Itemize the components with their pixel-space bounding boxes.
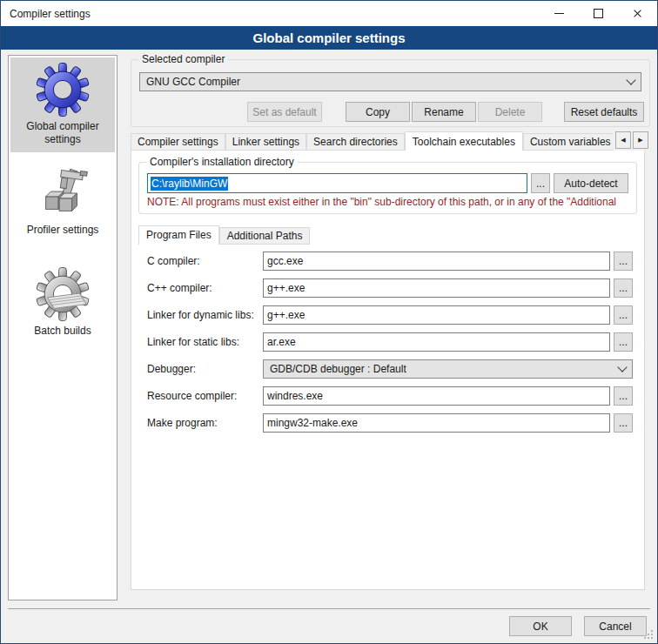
- settings-tabs: Compiler settings Linker settings Search…: [131, 131, 648, 151]
- tab-scroll-buttons: ◀ ▶: [613, 131, 648, 151]
- cpp-compiler-browse-button[interactable]: ...: [614, 278, 633, 298]
- tab-search-directories[interactable]: Search directories: [306, 133, 405, 151]
- tab-compiler-settings[interactable]: Compiler settings: [131, 133, 225, 151]
- compiler-settings-dialog: { "window": { "title": "Compiler setting…: [0, 0, 658, 644]
- field-value: mingw32-make.exe: [267, 417, 358, 429]
- close-button[interactable]: [618, 1, 657, 26]
- gray-gear-stack-icon: [36, 267, 90, 321]
- directory-browse-button[interactable]: ...: [531, 173, 550, 193]
- installation-directory-row: C:\raylib\MinGW ... Auto-detect: [147, 173, 628, 193]
- field-label: C compiler:: [147, 255, 263, 267]
- arrow-right-icon: ▶: [638, 137, 642, 144]
- field-row-make-program: Make program: mingw32-make.exe ...: [147, 413, 633, 433]
- field-row-static-linker: Linker for static libs: ar.exe ...: [147, 332, 633, 352]
- tab-program-files[interactable]: Program Files: [138, 225, 219, 245]
- arrow-left-icon: ◀: [621, 137, 625, 144]
- dynamic-linker-input[interactable]: g++.exe: [263, 305, 610, 325]
- compiler-select-value: GNU GCC Compiler: [146, 76, 240, 88]
- field-value: g++.exe: [267, 309, 305, 321]
- minimize-icon: [554, 13, 564, 14]
- window-title: Compiler settings: [1, 8, 91, 20]
- field-label: Make program:: [147, 417, 263, 429]
- delete-button[interactable]: Delete: [478, 102, 542, 122]
- make-program-input[interactable]: mingw32-make.exe: [263, 413, 610, 433]
- settings-category-list: Global compiler settings: [8, 55, 118, 600]
- c-compiler-browse-button[interactable]: ...: [614, 252, 633, 271]
- field-row-dynamic-linker: Linker for dynamic libs: g++.exe ...: [147, 305, 633, 325]
- field-row-c-compiler: C compiler: gcc.exe ...: [147, 252, 633, 271]
- static-linker-browse-button[interactable]: ...: [614, 332, 633, 352]
- chevron-down-icon: [617, 362, 627, 372]
- field-label: Linker for static libs:: [147, 336, 263, 348]
- footer-separator: [8, 608, 650, 609]
- reset-defaults-button[interactable]: Reset defaults: [564, 102, 644, 122]
- compiler-buttons-row: Set as default Copy Rename Delete Reset …: [131, 102, 649, 122]
- selected-compiler-group-label: Selected compiler: [138, 53, 228, 66]
- installation-directory-selected-text: C:\raylib\MinGW: [151, 177, 228, 191]
- auto-detect-button[interactable]: Auto-detect: [554, 173, 628, 193]
- tab-scroll-left-button[interactable]: ◀: [615, 131, 631, 149]
- field-value: g++.exe: [267, 282, 305, 294]
- window-controls: [540, 1, 657, 26]
- field-row-cpp-compiler: C++ compiler: g++.exe ...: [147, 278, 633, 298]
- rename-button[interactable]: Rename: [412, 102, 476, 122]
- resource-compiler-browse-button[interactable]: ...: [614, 386, 633, 406]
- debugger-select[interactable]: GDB/CDB debugger : Default: [263, 359, 633, 379]
- make-program-browse-button[interactable]: ...: [614, 413, 633, 433]
- program-fields: C compiler: gcc.exe ... C++ compiler: g+…: [147, 252, 633, 440]
- field-label: Linker for dynamic libs:: [147, 309, 263, 321]
- debugger-select-value: GDB/CDB debugger : Default: [270, 363, 406, 375]
- copy-button[interactable]: Copy: [346, 102, 410, 122]
- dialog-header: Global compiler settings: [1, 26, 657, 50]
- sidebar-item-global-compiler-settings[interactable]: Global compiler settings: [10, 57, 115, 152]
- minimize-button[interactable]: [540, 1, 579, 26]
- field-value: gcc.exe: [267, 255, 303, 267]
- toolchain-executables-page: Compiler's installation directory C:\ray…: [131, 150, 645, 590]
- cpp-compiler-input[interactable]: g++.exe: [263, 278, 610, 298]
- dynamic-linker-browse-button[interactable]: ...: [614, 305, 633, 325]
- installation-directory-group-label: Compiler's installation directory: [146, 156, 298, 169]
- field-row-debugger: Debugger: GDB/CDB debugger : Default: [147, 359, 633, 379]
- close-icon: [633, 9, 642, 18]
- tab-additional-paths[interactable]: Additional Paths: [219, 227, 311, 245]
- set-as-default-button[interactable]: Set as default: [247, 102, 322, 122]
- directory-note-text: NOTE: All programs must exist either in …: [147, 196, 634, 208]
- selected-compiler-group: Selected compiler GNU GCC Compiler Set a…: [131, 59, 650, 127]
- resource-compiler-input[interactable]: windres.exe: [263, 386, 610, 406]
- installation-directory-group: Compiler's installation directory C:\ray…: [138, 162, 637, 214]
- sidebar-item-label: Global compiler settings: [10, 120, 115, 146]
- resize-grip[interactable]: [651, 637, 653, 639]
- ok-button[interactable]: OK: [509, 616, 572, 636]
- sidebar-item-label: Batch builds: [10, 325, 115, 338]
- field-label: Debugger:: [147, 363, 263, 375]
- caliper-icon: [36, 166, 90, 220]
- cancel-button[interactable]: Cancel: [584, 616, 647, 636]
- sidebar-item-profiler-settings[interactable]: Profiler settings: [9, 159, 117, 243]
- dialog-body: Global compiler settings: [1, 50, 657, 643]
- chevron-down-icon: [626, 75, 635, 84]
- program-tabs: Program Files Additional Paths: [138, 225, 310, 245]
- sidebar-item-label: Profiler settings: [10, 224, 115, 237]
- field-row-resource-compiler: Resource compiler: windres.exe ...: [147, 386, 633, 406]
- maximize-button[interactable]: [579, 1, 618, 26]
- maximize-icon: [594, 9, 603, 18]
- titlebar: Compiler settings: [1, 1, 657, 26]
- blue-gear-icon: [36, 63, 90, 117]
- tab-scroll-right-button[interactable]: ▶: [633, 131, 648, 149]
- installation-directory-input[interactable]: C:\raylib\MinGW: [147, 173, 527, 193]
- tab-custom-variables[interactable]: Custom variables: [523, 133, 618, 151]
- sidebar-item-batch-builds[interactable]: Batch builds: [9, 260, 117, 344]
- dialog-header-title: Global compiler settings: [252, 30, 405, 45]
- c-compiler-input[interactable]: gcc.exe: [263, 252, 610, 271]
- field-value: ar.exe: [267, 336, 296, 348]
- static-linker-input[interactable]: ar.exe: [263, 332, 610, 352]
- field-label: Resource compiler:: [147, 390, 263, 402]
- field-value: windres.exe: [267, 390, 323, 402]
- field-label: C++ compiler:: [147, 282, 263, 294]
- tab-toolchain-executables[interactable]: Toolchain executables: [405, 131, 523, 151]
- compiler-select[interactable]: GNU GCC Compiler: [139, 72, 641, 91]
- tab-linker-settings[interactable]: Linker settings: [225, 133, 306, 151]
